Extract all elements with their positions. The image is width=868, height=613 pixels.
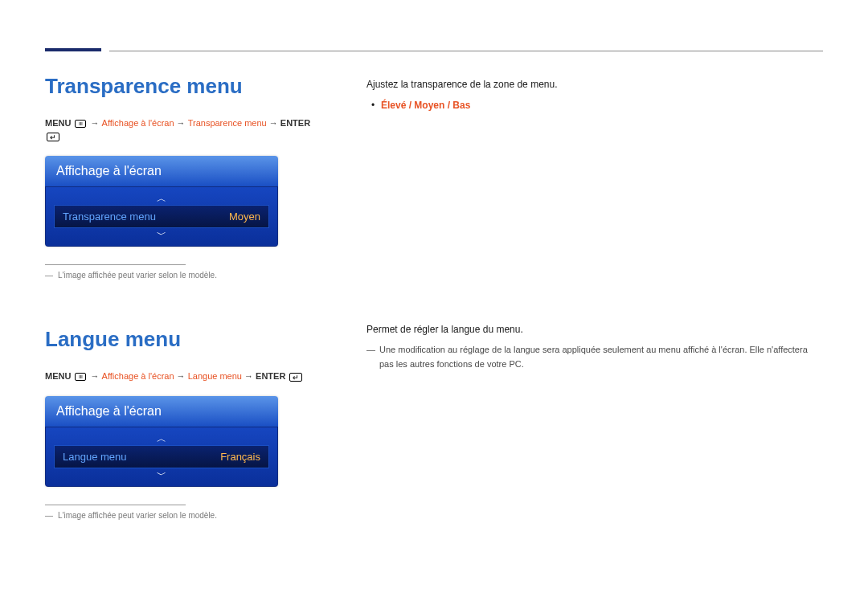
section-title-transparence: Transparence menu (45, 74, 318, 99)
header-rule-line (109, 51, 823, 51)
osd-body: ︿ Transparence menu Moyen ﹀ (45, 186, 278, 247)
chevron-down-icon[interactable]: ﹀ (54, 228, 269, 241)
footnote-transparence: L'image affichée peut varier selon le mo… (45, 270, 318, 280)
footnote-langue: L'image affichée peut varier selon le mo… (45, 510, 318, 521)
enter-icon (289, 373, 302, 382)
osd-row-transparence[interactable]: Transparence menu Moyen (54, 205, 269, 228)
osd-row-langue[interactable]: Langue menu Français (54, 445, 269, 468)
breadcrumb-path2: Transparence menu (188, 118, 267, 128)
osd-row-label: Langue menu (63, 451, 127, 463)
section-title-langue: Langue menu (45, 327, 318, 352)
osd-row-label: Transparence menu (63, 210, 156, 223)
chevron-up-icon[interactable]: ︿ (54, 192, 269, 205)
osd-body: ︿ Langue menu Français ﹀ (45, 427, 278, 487)
chevron-up-icon[interactable]: ︿ (54, 432, 269, 445)
osd-header: Affichage à l'écran (45, 396, 278, 427)
header-rule-accent (45, 48, 101, 51)
breadcrumb-enter-label: ENTER (256, 371, 285, 381)
chevron-down-icon[interactable]: ﹀ (54, 468, 269, 481)
osd-row-value: Français (220, 451, 260, 463)
menu-icon (75, 373, 86, 381)
menu-icon (75, 120, 86, 128)
breadcrumb-transparence: MENU → Affichage à l'écran → Transparenc… (45, 116, 318, 143)
osd-header: Affichage à l'écran (45, 156, 278, 186)
footnote-rule (45, 264, 186, 265)
breadcrumb-path2: Langue menu (188, 371, 242, 381)
note-langue: Une modification au réglage de la langue… (366, 343, 823, 371)
footnote-rule (45, 505, 186, 505)
breadcrumb-menu-label: MENU (45, 371, 71, 381)
options-values: Élevé / Moyen / Bas (381, 100, 470, 111)
breadcrumb-menu-label: MENU (45, 118, 71, 128)
desc-transparence: Ajustez la transparence de la zone de me… (366, 77, 823, 92)
breadcrumb-path1: Affichage à l'écran (102, 371, 174, 381)
breadcrumb-path1: Affichage à l'écran (102, 118, 174, 128)
osd-row-value: Moyen (229, 210, 260, 223)
enter-icon (47, 133, 59, 141)
desc-langue: Permet de régler la langue du menu. (366, 322, 823, 337)
options-transparence: Élevé / Moyen / Bas (366, 98, 823, 113)
osd-panel-transparence: Affichage à l'écran ︿ Transparence menu … (45, 156, 278, 247)
breadcrumb-langue: MENU → Affichage à l'écran → Langue menu… (45, 370, 318, 383)
breadcrumb-enter-label: ENTER (280, 118, 310, 128)
header-rule (45, 48, 823, 51)
osd-panel-langue: Affichage à l'écran ︿ Langue menu França… (45, 396, 278, 487)
